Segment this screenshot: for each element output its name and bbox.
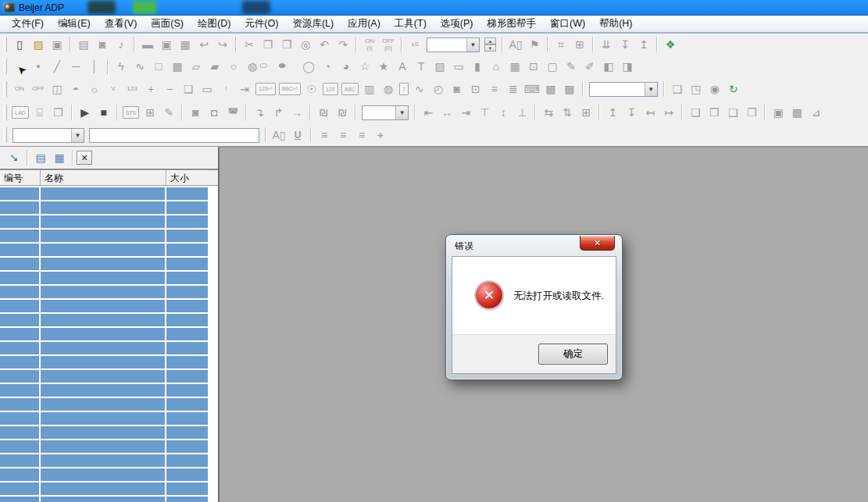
star-tool-icon[interactable]: ☆ xyxy=(355,58,374,75)
ascii-display-button[interactable]: ABC xyxy=(341,83,359,95)
menu-item-0[interactable]: 文件(F) xyxy=(5,16,51,32)
pattern-b-icon[interactable]: ▩ xyxy=(560,80,579,98)
menu-item-2[interactable]: 查看(V) xyxy=(98,16,145,32)
lock-menu-icon[interactable]: ◚ xyxy=(223,104,242,121)
prev-screen-icon[interactable]: ↩ xyxy=(195,36,213,53)
ladder-lad-button[interactable]: LAD xyxy=(12,106,29,119)
upload-icon[interactable]: ↥ xyxy=(634,36,653,53)
meter-gauge-icon[interactable]: ◴ xyxy=(429,80,448,98)
state-spinner[interactable]: ▲▼ xyxy=(484,37,496,52)
ladder-combobox[interactable]: ▼ xyxy=(362,105,409,120)
layer-objects-icon[interactable]: ❑ xyxy=(668,80,687,98)
numeric-button[interactable]: 123 xyxy=(123,80,141,98)
pen-edit-tool-icon[interactable]: ✎ xyxy=(562,58,580,75)
pie-tool-icon[interactable]: ◔ xyxy=(318,58,337,75)
nudge-right-icon[interactable]: ↦ xyxy=(659,104,678,121)
menu-item-10[interactable]: 梯形图帮手 xyxy=(480,16,544,32)
table-view-icon[interactable]: ▤ xyxy=(31,149,50,166)
text-align-center-icon[interactable]: ≡ xyxy=(334,126,352,144)
filled-parallelogram-tool-icon[interactable]: ▰ xyxy=(205,58,224,75)
polyline-tool-icon[interactable]: ϟ xyxy=(112,58,130,75)
trend-graph-icon[interactable]: ∿ xyxy=(410,80,429,98)
dialog-ok-button[interactable]: 确定 xyxy=(538,344,608,365)
ladder-copy-icon[interactable]: ❐ xyxy=(49,104,68,121)
menu-item-9[interactable]: 选项(P) xyxy=(434,16,480,32)
table-view-detail-icon[interactable]: ▦ xyxy=(50,149,69,166)
table-row[interactable] xyxy=(0,300,218,312)
contact-open-icon[interactable]: ₪ xyxy=(314,104,333,121)
link-box-b-icon[interactable]: ◨ xyxy=(618,58,637,75)
circle-frame-icon[interactable]: ◉ xyxy=(705,80,724,98)
pointer-flag-icon[interactable]: ⚑ xyxy=(525,36,544,53)
vline-tool-icon[interactable]: │ xyxy=(85,58,104,75)
off-button[interactable]: OFF xyxy=(29,80,48,98)
redo-icon[interactable]: ↷ xyxy=(334,36,352,53)
same-size-icon[interactable]: ⊞ xyxy=(577,104,595,121)
pattern-a-icon[interactable]: ▩ xyxy=(541,80,560,98)
state-spinner-btn[interactable]: ▲ xyxy=(484,37,496,45)
menu-item-3[interactable]: 画面(S) xyxy=(144,16,191,32)
folder-icon[interactable]: ▭ xyxy=(198,80,216,98)
align-top-icon[interactable]: ⊤ xyxy=(475,104,494,121)
text-value-input[interactable] xyxy=(89,128,259,143)
menu-item-7[interactable]: 应用(A) xyxy=(341,16,388,32)
state-combobox-arrow[interactable]: ▼ xyxy=(466,38,479,52)
link-box-a-icon[interactable]: ◧ xyxy=(599,58,618,75)
table-row[interactable] xyxy=(0,384,218,397)
rect-tool-icon[interactable]: □ xyxy=(149,58,168,75)
wire-down-icon[interactable]: ↴ xyxy=(250,104,269,121)
part-state-combobox[interactable]: ▼ xyxy=(589,82,658,97)
stamp-tool-icon[interactable]: ⌂ xyxy=(487,58,505,75)
text-frame-icon[interactable]: A▯ xyxy=(270,126,288,144)
dot-frame-tool-icon[interactable]: ⊡ xyxy=(524,58,543,75)
contact-close-icon[interactable]: ₪ xyxy=(333,104,352,121)
table-row[interactable] xyxy=(0,426,218,439)
screen-icon[interactable]: ▬ xyxy=(138,36,157,53)
screen-properties-icon[interactable]: ▤ xyxy=(74,36,93,53)
copy-icon[interactable]: ❐ xyxy=(259,36,277,53)
brush-edit-tool-icon[interactable]: ✐ xyxy=(580,58,599,75)
undo-icon[interactable]: ↶ xyxy=(315,36,334,53)
screen-button-icon[interactable]: ⊡ xyxy=(466,80,485,98)
state-combobox[interactable]: ▼ xyxy=(427,37,480,52)
align-right-icon[interactable]: ⇥ xyxy=(456,104,475,121)
table-row[interactable] xyxy=(0,230,218,242)
paste-icon[interactable]: ❒ xyxy=(277,36,296,53)
center-point-icon[interactable]: ⌖ xyxy=(371,126,390,144)
table-row[interactable] xyxy=(0,370,218,383)
rotate-refresh-icon[interactable]: ↻ xyxy=(724,80,743,98)
state-spinner-btn[interactable]: ▼ xyxy=(484,45,496,52)
nudge-left-icon[interactable]: ↤ xyxy=(641,104,659,121)
on-button[interactable]: ON xyxy=(10,80,29,98)
menu-item-1[interactable]: 编辑(E) xyxy=(51,16,98,32)
menu-item-11[interactable]: 窗口(W) xyxy=(543,16,592,32)
voltmeter-button[interactable]: V xyxy=(104,80,123,98)
table-row[interactable] xyxy=(0,482,218,495)
table-row[interactable] xyxy=(0,244,218,256)
nudge-up-icon[interactable]: ↥ xyxy=(603,104,622,121)
menu-item-4[interactable]: 绘图(D) xyxy=(191,16,238,32)
menu-item-5[interactable]: 元件(O) xyxy=(238,16,285,32)
find-icon[interactable]: ◎ xyxy=(296,36,315,53)
off-state-button[interactable]: OFF (0) xyxy=(379,36,398,53)
table-row[interactable] xyxy=(0,286,218,298)
table-row[interactable] xyxy=(0,258,218,270)
indicator-lamp-icon[interactable]: ☉ xyxy=(302,80,321,98)
select-cursor-icon[interactable]: ➤ xyxy=(7,54,33,80)
stop-icon[interactable]: ■ xyxy=(95,104,113,121)
menu-item-12[interactable]: 帮助(H) xyxy=(592,16,639,32)
table-row[interactable] xyxy=(0,272,218,284)
pilot-lamp-icon[interactable]: ◙ xyxy=(448,80,466,98)
align-left-icon[interactable]: ⇤ xyxy=(419,104,438,121)
date-display-button[interactable]: 7 xyxy=(399,83,409,95)
table-row[interactable] xyxy=(0,468,218,481)
curve-tool-icon[interactable]: ∿ xyxy=(130,58,149,75)
line-tool-icon[interactable]: ╱ xyxy=(48,58,66,75)
text-attribute-icon[interactable]: A▯ xyxy=(506,36,525,53)
move-forward-icon[interactable]: ❑ xyxy=(723,104,742,121)
move-backward-icon[interactable]: ❒ xyxy=(742,104,761,121)
underline-icon[interactable]: U xyxy=(288,126,307,144)
download-icon[interactable]: ↧ xyxy=(616,36,634,53)
screen-edit-icon[interactable]: ✎ xyxy=(159,104,178,121)
ascii-entry-button[interactable]: ABC⏎ xyxy=(279,83,301,95)
